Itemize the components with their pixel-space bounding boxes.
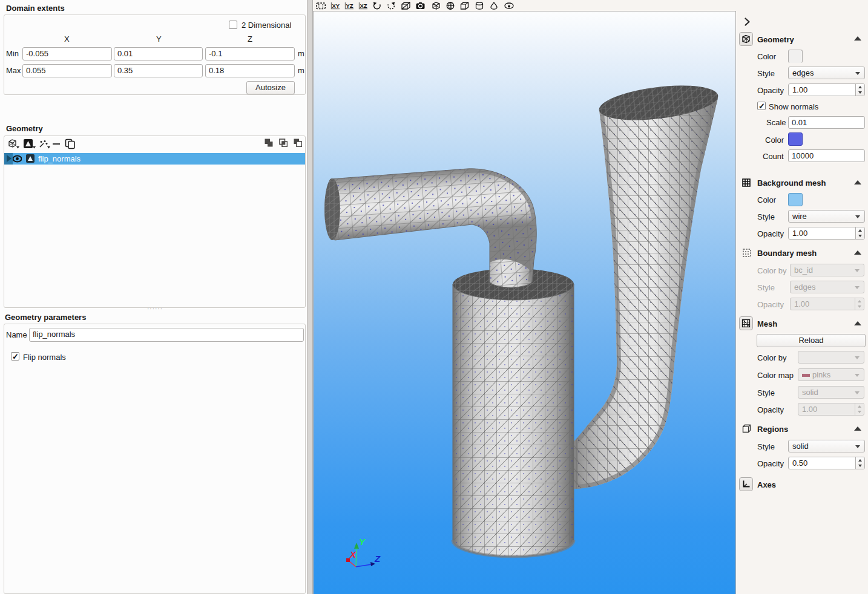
svg-text:XY: XY — [332, 2, 340, 9]
svg-text:X: X — [349, 549, 357, 560]
svg-text:XZ: XZ — [360, 2, 367, 9]
svg-text:Y: Y — [359, 537, 366, 547]
svg-text:YZ: YZ — [346, 2, 353, 9]
svg-text:Z: Z — [374, 553, 381, 564]
